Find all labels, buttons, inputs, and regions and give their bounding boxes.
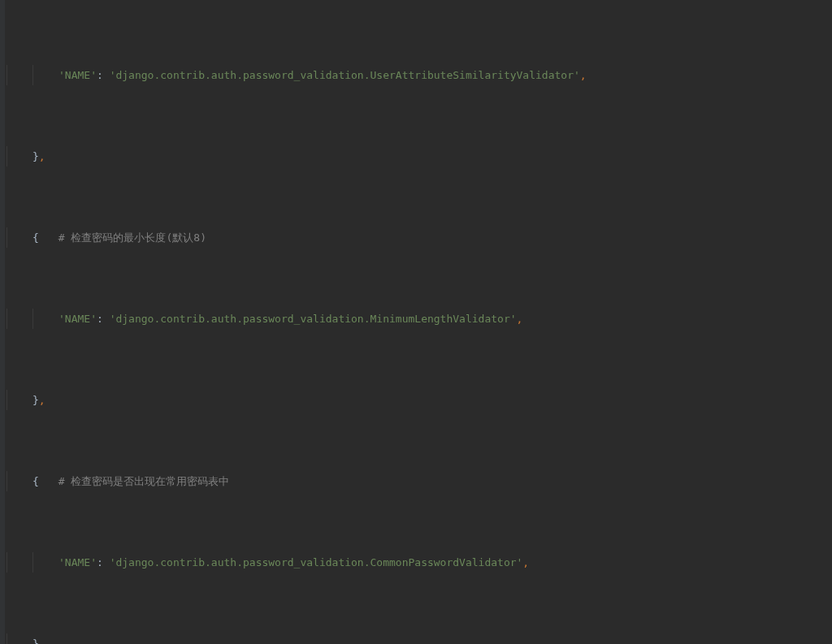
code-line[interactable]: }, bbox=[6, 146, 832, 166]
code-line[interactable]: {# 检查密码的最小长度(默认8) bbox=[6, 227, 832, 248]
code-editor-viewport[interactable]: 'NAME': 'django.contrib.auth.password_va… bbox=[0, 0, 832, 644]
editor-gutter bbox=[0, 0, 5, 644]
editor-content[interactable]: 'NAME': 'django.contrib.auth.password_va… bbox=[0, 0, 832, 644]
code-line[interactable]: }, bbox=[6, 633, 832, 644]
code-line[interactable]: }, bbox=[6, 390, 832, 410]
code-line[interactable]: 'NAME': 'django.contrib.auth.password_va… bbox=[6, 552, 832, 573]
code-line[interactable]: {# 检查密码是否出现在常用密码表中 bbox=[6, 471, 832, 491]
code-line[interactable]: 'NAME': 'django.contrib.auth.password_va… bbox=[6, 309, 832, 329]
code-line[interactable]: 'NAME': 'django.contrib.auth.password_va… bbox=[6, 65, 832, 85]
